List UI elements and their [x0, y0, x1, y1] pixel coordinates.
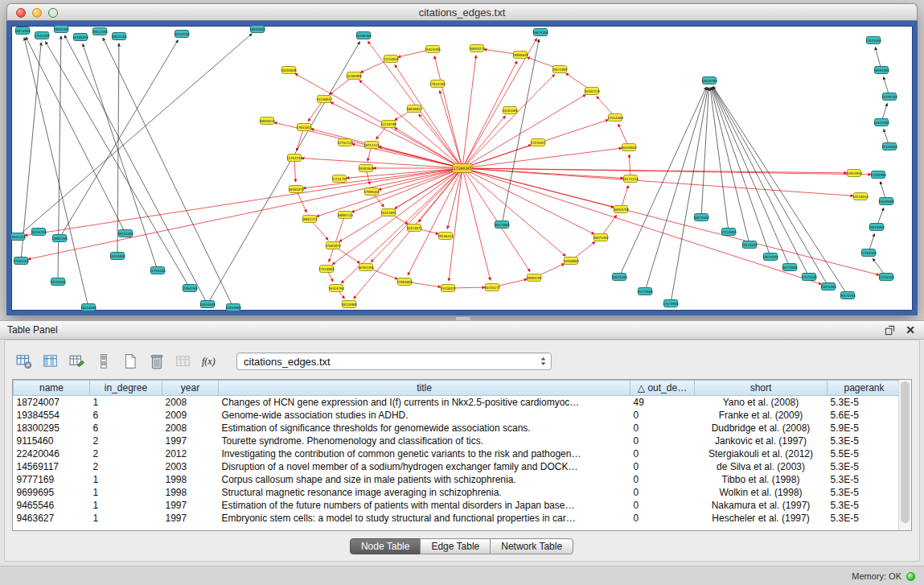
- table-cell[interactable]: 1: [90, 396, 162, 409]
- function-builder-button[interactable]: f(x): [199, 351, 221, 372]
- table-row[interactable]: 1938455462009Genome-wide association stu…: [14, 409, 901, 422]
- table-cell[interactable]: 1: [90, 512, 162, 525]
- table-row[interactable]: 2242004622012Investigating the contribut…: [14, 447, 901, 460]
- column-header-name[interactable]: name: [14, 381, 90, 396]
- table-cell[interactable]: Changes of HCN gene expression and I(f) …: [219, 396, 630, 409]
- table-cell[interactable]: 18300295: [14, 422, 90, 435]
- delete-button[interactable]: [146, 351, 168, 372]
- table-cell[interactable]: Investigating the contribution of common…: [219, 447, 630, 460]
- table-row[interactable]: 977716911998Corpus callosum shape and si…: [14, 473, 901, 486]
- column-header-short[interactable]: short: [695, 381, 827, 396]
- table-cell[interactable]: 5.3E-5: [827, 435, 901, 447]
- table-cell[interactable]: 0: [630, 486, 695, 499]
- table-row[interactable]: 1830029562008Estimation of significance …: [14, 422, 901, 435]
- table-cell[interactable]: Estimation of significance thresholds fo…: [219, 422, 630, 435]
- table-cell[interactable]: 1: [90, 473, 162, 486]
- table-cell[interactable]: 0: [630, 435, 695, 447]
- tab-network-table[interactable]: Network Table: [490, 538, 573, 554]
- table-cell[interactable]: 6: [90, 409, 162, 422]
- import-table-button[interactable]: [172, 351, 195, 372]
- table-cell[interactable]: 2008: [162, 396, 219, 409]
- table-cell[interactable]: Embryonic stem cells: a model to study s…: [219, 512, 630, 525]
- table-vertical-scrollbar[interactable]: [898, 380, 911, 530]
- table-cell[interactable]: Estimation of the future numbers of pati…: [219, 499, 630, 512]
- column-header-out-de-[interactable]: △ out_de…: [630, 381, 695, 396]
- table-cell[interactable]: 18724007: [14, 396, 90, 409]
- column-header-title[interactable]: title: [219, 381, 630, 396]
- table-cell[interactable]: 1997: [162, 435, 219, 447]
- table-cell[interactable]: 2: [90, 460, 162, 473]
- table-cell[interactable]: 14569117: [14, 460, 90, 473]
- scrollbar-thumb[interactable]: [901, 381, 910, 523]
- window-titlebar[interactable]: citations_edges.txt: [6, 3, 918, 21]
- show-columns-button[interactable]: [39, 351, 62, 372]
- table-cell[interactable]: 5.3E-5: [827, 512, 901, 525]
- table-cell[interactable]: 5.3E-5: [827, 460, 901, 473]
- table-cell[interactable]: 5.5E-5: [827, 447, 901, 460]
- table-row[interactable]: 1872400712008Changes of HCN gene express…: [14, 396, 901, 409]
- table-cell[interactable]: Stergiakouli et al. (2012): [695, 447, 827, 460]
- table-cell[interactable]: Disruption of a novel member of a sodium…: [219, 460, 630, 473]
- table-cell[interactable]: 9463627: [14, 512, 90, 525]
- table-cell[interactable]: Structural magnetic resonance image aver…: [219, 486, 630, 499]
- float-panel-icon[interactable]: [883, 323, 896, 336]
- table-cell[interactable]: 2008: [162, 422, 219, 435]
- table-cell[interactable]: 19384554: [14, 409, 90, 422]
- table-cell[interactable]: Tibbo et al. (1998): [695, 473, 827, 486]
- zoom-window-button[interactable]: [48, 8, 58, 18]
- table-cell[interactable]: 2003: [162, 460, 219, 473]
- close-panel-icon[interactable]: ✕: [904, 323, 917, 336]
- table-cell[interactable]: 9699695: [14, 486, 90, 499]
- table-cell[interactable]: 1997: [162, 512, 219, 525]
- table-cell[interactable]: Yano et al. (2008): [695, 396, 827, 409]
- table-cell[interactable]: 0: [630, 473, 695, 486]
- table-cell[interactable]: Franke et al. (2009): [695, 409, 827, 422]
- table-cell[interactable]: 49: [630, 396, 695, 409]
- table-row[interactable]: 911546021997Tourette syndrome. Phenomeno…: [14, 435, 901, 447]
- close-window-button[interactable]: [16, 8, 26, 18]
- tab-node-table[interactable]: Node Table: [350, 538, 421, 554]
- table-cell[interactable]: Corpus callosum shape and size in male p…: [219, 473, 630, 486]
- table-cell[interactable]: Wolkin et al. (1998): [695, 486, 827, 499]
- table-row[interactable]: 946362711997Embryonic stem cells: a mode…: [14, 512, 901, 525]
- table-cell[interactable]: 2009: [162, 409, 219, 422]
- new-file-button[interactable]: [119, 351, 142, 372]
- table-row[interactable]: 1456911722003Disruption of a novel membe…: [14, 460, 901, 473]
- table-cell[interactable]: 9777169: [14, 473, 90, 486]
- network-canvas[interactable]: 1724034515824305112548431226698814240047…: [11, 26, 913, 311]
- table-cell[interactable]: Jankovic et al. (1997): [695, 435, 827, 447]
- table-cell[interactable]: Tourette syndrome. Phenomenology and cla…: [219, 435, 630, 447]
- table-cell[interactable]: 5.3E-5: [827, 396, 901, 409]
- table-cell[interactable]: 1998: [162, 486, 219, 499]
- table-cell[interactable]: de Silva et al. (2003): [695, 460, 827, 473]
- table-cell[interactable]: 9115460: [14, 435, 90, 447]
- table-settings-button[interactable]: [13, 351, 35, 372]
- table-cell[interactable]: Genome-wide association studies in ADHD.: [219, 409, 630, 422]
- table-cell[interactable]: 2: [90, 435, 162, 447]
- table-row[interactable]: 969969511998Structural magnetic resonanc…: [14, 486, 901, 499]
- table-cell[interactable]: 5.3E-5: [827, 486, 901, 499]
- table-cell[interactable]: 0: [630, 447, 695, 460]
- table-selector-dropdown[interactable]: citations_edges.txt: [236, 352, 552, 370]
- table-cell[interactable]: 0: [630, 460, 695, 473]
- table-cell[interactable]: Nakamura et al. (1997): [695, 499, 827, 512]
- table-cell[interactable]: 5.6E-5: [827, 409, 901, 422]
- table-cell[interactable]: 22420046: [14, 447, 90, 460]
- table-cell[interactable]: 1: [90, 499, 162, 512]
- table-cell[interactable]: 1998: [162, 473, 219, 486]
- table-cell[interactable]: 2: [90, 447, 162, 460]
- table-row[interactable]: 946554611997Estimation of the future num…: [14, 499, 901, 512]
- tab-edge-table[interactable]: Edge Table: [420, 538, 491, 554]
- column-header-year[interactable]: year: [162, 381, 219, 396]
- table-cell[interactable]: 0: [630, 409, 695, 422]
- column-header-pagerank[interactable]: pagerank: [827, 381, 901, 396]
- table-cell[interactable]: 0: [630, 422, 695, 435]
- select-rows-button[interactable]: [92, 351, 115, 372]
- table-cell[interactable]: Hescheler et al. (1997): [695, 512, 827, 525]
- memory-status[interactable]: Memory: OK: [852, 571, 915, 581]
- table-cell[interactable]: 1997: [162, 499, 219, 512]
- table-cell[interactable]: 5.3E-5: [827, 499, 901, 512]
- column-header-in-degree[interactable]: in_degree: [90, 381, 162, 396]
- table-cell[interactable]: 5.9E-5: [827, 422, 901, 435]
- table-cell[interactable]: 1: [90, 486, 162, 499]
